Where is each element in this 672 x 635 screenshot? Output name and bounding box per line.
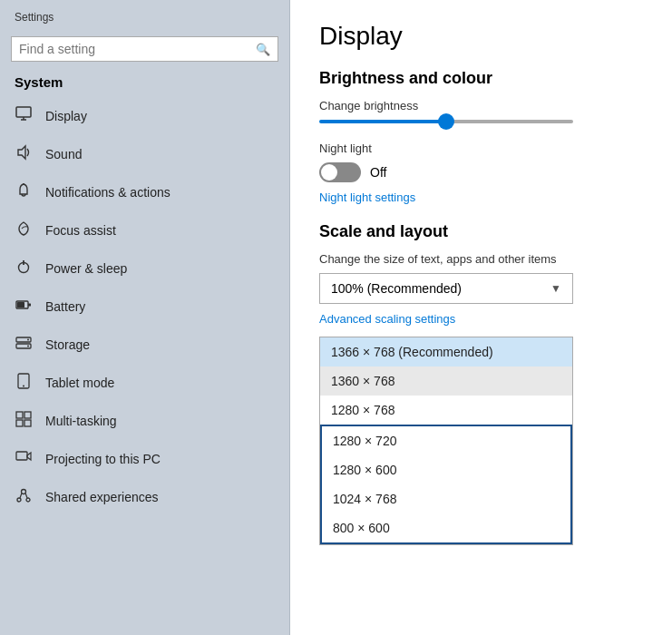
tablet-icon [15,373,33,393]
scale-dropdown[interactable]: 100% (Recommended) ▼ [319,273,573,304]
sidebar-item-display[interactable]: Display [0,97,289,135]
svg-rect-9 [17,302,24,308]
svg-point-15 [23,386,24,387]
svg-rect-8 [28,304,31,307]
sidebar-item-tablet-label: Tablet mode [45,376,114,390]
svg-point-12 [27,339,29,341]
brightness-section-title: Brightness and colour [319,69,643,88]
resolution-list: 1366 × 768 (Recommended) 1360 × 768 1280… [319,337,573,545]
sidebar-item-shared-label: Shared experiences [45,490,159,504]
page-title: Display [319,22,643,51]
brightness-slider-container[interactable] [319,120,643,123]
sidebar: Settings 🔍 System Display Sound [0,0,290,635]
sidebar-item-projecting-label: Projecting to this PC [45,452,161,466]
multitasking-icon [15,411,33,431]
resolution-item-4[interactable]: 1280 × 600 [322,455,570,484]
search-icon: 🔍 [256,43,270,56]
focus-icon [15,220,33,240]
night-light-toggle[interactable] [319,162,361,182]
svg-rect-18 [16,420,23,426]
night-light-row: Off [319,162,643,182]
svg-rect-16 [16,412,23,418]
resolution-group: 1280 × 720 1280 × 600 1024 × 768 800 × 6… [320,425,572,544]
brightness-slider-thumb[interactable] [438,113,454,130]
projecting-icon [15,449,33,469]
power-icon [15,259,33,278]
svg-marker-3 [18,146,25,159]
sidebar-item-sound-label: Sound [45,147,82,161]
resolution-item-0[interactable]: 1366 × 768 (Recommended) [320,337,572,366]
resolution-item-6[interactable]: 800 × 600 [322,513,570,542]
sidebar-item-projecting[interactable]: Projecting to this PC [0,440,289,478]
scale-change-label: Change the size of text, apps and other … [319,252,643,266]
sidebar-item-display-label: Display [45,109,87,123]
resolution-item-1[interactable]: 1360 × 768 [320,366,572,396]
scale-layout-title: Scale and layout [319,222,643,241]
sidebar-item-battery-label: Battery [45,299,85,314]
sidebar-item-multitasking[interactable]: Multi-tasking [0,402,289,440]
svg-rect-19 [24,420,31,426]
resolution-item-3[interactable]: 1280 × 720 [322,426,570,455]
sound-icon [15,144,33,164]
svg-line-25 [20,493,22,499]
search-input[interactable] [19,42,256,56]
app-title: Settings [0,0,289,31]
sidebar-item-power-label: Power & sleep [45,261,127,276]
system-section-label: System [0,71,289,97]
sidebar-item-tablet[interactable]: Tablet mode [0,364,289,402]
svg-rect-20 [16,452,27,460]
scale-dropdown-value: 100% (Recommended) [331,281,462,296]
svg-line-26 [25,493,27,499]
resolution-item-5[interactable]: 1024 × 768 [322,484,570,513]
brightness-slider-track[interactable] [319,120,573,123]
svg-point-23 [17,498,21,502]
sidebar-item-power[interactable]: Power & sleep [0,249,289,288]
svg-rect-17 [24,412,31,418]
night-light-settings-link[interactable]: Night light settings [319,190,415,204]
svg-point-24 [26,498,30,502]
search-box[interactable]: 🔍 [11,36,278,62]
display-icon [15,106,33,126]
sidebar-item-focus-label: Focus assist [45,223,116,238]
sidebar-item-sound[interactable]: Sound [0,135,289,173]
battery-icon [15,297,33,317]
svg-point-13 [27,346,29,347]
advanced-scaling-link[interactable]: Advanced scaling settings [319,312,455,326]
night-light-state: Off [370,165,386,180]
change-brightness-label: Change brightness [319,99,643,112]
sidebar-item-notifications[interactable]: Notifications & actions [0,173,289,211]
sidebar-item-shared[interactable]: Shared experiences [0,478,289,516]
sidebar-item-storage-label: Storage [45,337,90,352]
chevron-down-icon: ▼ [550,282,561,295]
sidebar-item-notifications-label: Notifications & actions [45,185,170,200]
toggle-knob [321,164,337,181]
resolution-item-2[interactable]: 1280 × 768 [320,396,572,425]
shared-icon [15,487,33,507]
main-content: Display Brightness and colour Change bri… [290,0,672,635]
sidebar-item-storage[interactable]: Storage [0,326,289,364]
sidebar-item-battery[interactable]: Battery [0,288,289,326]
notifications-icon [15,182,33,202]
night-light-label: Night light [319,142,643,155]
sidebar-item-multitasking-label: Multi-tasking [45,414,117,428]
svg-rect-0 [16,107,31,117]
sidebar-item-focus[interactable]: Focus assist [0,211,289,249]
storage-icon [15,335,33,355]
